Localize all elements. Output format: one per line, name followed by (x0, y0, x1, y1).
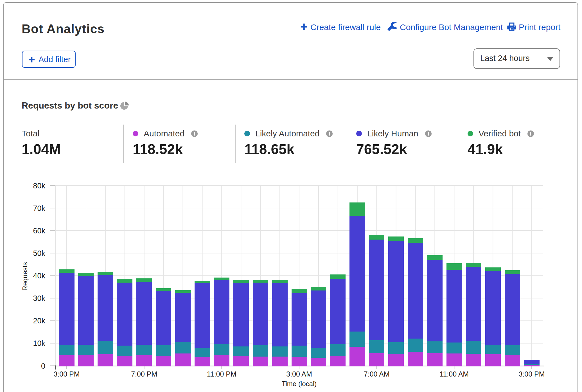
svg-text:80k: 80k (33, 182, 45, 190)
svg-text:30k: 30k (33, 294, 45, 303)
svg-text:11:00 AM: 11:00 AM (439, 370, 469, 378)
svg-text:Time (local): Time (local) (282, 380, 317, 388)
svg-text:3:00 PM: 3:00 PM (53, 370, 80, 378)
svg-text:70k: 70k (33, 204, 45, 213)
svg-text:10k: 10k (33, 339, 45, 348)
svg-text:7:00 PM: 7:00 PM (131, 370, 157, 378)
svg-text:7:00 AM: 7:00 AM (364, 370, 390, 378)
svg-text:40k: 40k (33, 272, 45, 280)
svg-text:3:00 PM: 3:00 PM (518, 370, 545, 378)
svg-text:50k: 50k (33, 249, 45, 258)
svg-text:Requests: Requests (21, 262, 29, 290)
svg-text:20k: 20k (33, 317, 45, 325)
svg-text:0: 0 (41, 362, 45, 370)
svg-text:11:00 PM: 11:00 PM (207, 370, 236, 378)
svg-text:3:00 AM: 3:00 AM (286, 370, 312, 378)
svg-text:60k: 60k (33, 227, 45, 235)
